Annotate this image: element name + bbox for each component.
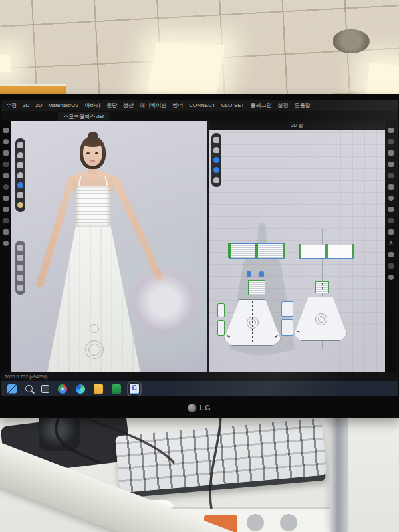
menu-item-render[interactable]: 렌더 [172, 102, 183, 109]
menu-item-materials-uv[interactable]: Materials/UV [48, 102, 78, 108]
skirt-pattern-circle [88, 344, 100, 356]
pattern-strap-piece[interactable] [259, 271, 264, 277]
pose-icon[interactable] [17, 202, 23, 208]
left-toolbar-icon[interactable] [3, 128, 9, 133]
task-view-icon[interactable] [41, 385, 49, 393]
snap-icon[interactable] [17, 245, 23, 251]
lg-logo-icon [188, 404, 196, 412]
menu-item-animation[interactable]: 애니메이션 [140, 102, 166, 109]
avatar-pose-icon[interactable] [17, 172, 23, 178]
content-row: 2D 창 [1, 121, 398, 372]
left-toolbar-icon[interactable] [3, 241, 9, 246]
pattern-smock-panel-left[interactable] [248, 280, 265, 295]
pattern-bodice-band-right[interactable] [299, 245, 354, 259]
green-app-icon[interactable] [112, 384, 121, 394]
right-toolbar-icon[interactable] [388, 275, 394, 280]
monitor-stand [330, 407, 348, 532]
right-toolbar-icon[interactable] [388, 128, 394, 133]
left-toolbar-icon[interactable] [3, 196, 9, 201]
left-toolbar-icon[interactable] [3, 150, 9, 156]
snap-icon[interactable] [17, 285, 23, 291]
info-icon[interactable] [213, 157, 219, 163]
left-toolbar-icon[interactable] [3, 139, 9, 144]
ceiling-speaker [332, 29, 370, 53]
left-toolbar-icon[interactable] [3, 184, 9, 190]
screen: 수정 3D 2D Materials/UV 아바타 원단 생산 애니메이션 렌더… [1, 100, 398, 396]
monitor-bezel: LG [0, 398, 399, 418]
measure-icon[interactable] [17, 192, 23, 198]
pattern-strap-piece[interactable] [247, 271, 251, 277]
pattern-icon[interactable] [213, 147, 219, 153]
right-toolbar-icon[interactable] [388, 139, 394, 144]
pattern-smock-panel-right[interactable] [315, 281, 329, 293]
clo-app-icon[interactable]: C [130, 384, 139, 394]
right-toolbar-icon[interactable] [388, 252, 394, 257]
right-toolbar-icon[interactable] [388, 207, 394, 212]
chrome-icon[interactable] [58, 384, 67, 394]
right-toolbar-icon[interactable] [388, 229, 394, 235]
viewport-3d[interactable] [11, 121, 207, 372]
left-toolbar-icon[interactable] [3, 218, 9, 223]
show-pin-icon[interactable] [17, 162, 23, 168]
avatar-left-eye [86, 152, 90, 154]
menu-item-3d[interactable]: 3D [23, 102, 29, 108]
menu-item-production[interactable]: 생산 [123, 102, 134, 109]
snap-icon[interactable] [17, 265, 23, 271]
left-app-toolbar [1, 121, 11, 372]
left-toolbar-icon[interactable] [3, 173, 9, 178]
pattern-side-piece[interactable] [281, 301, 293, 317]
view3d-lower-toolbar [15, 241, 25, 295]
avatar-hairline [83, 139, 102, 147]
version-status-bar: 2025.0.252 (v94230) [1, 372, 398, 381]
view3d-display-toolbar [15, 138, 25, 212]
avatar-right-eye [95, 152, 98, 154]
snap-icon[interactable] [17, 255, 23, 261]
viewport-2d[interactable]: 2D 창 [209, 121, 385, 372]
start-button-icon[interactable] [7, 384, 17, 394]
pattern-side-piece[interactable] [281, 319, 293, 336]
menu-bar: 수정 3D 2D Materials/UV 아바타 원단 생산 애니메이션 렌더… [1, 100, 398, 111]
file-explorer-icon[interactable] [94, 384, 103, 394]
right-toolbar-icon[interactable] [388, 162, 394, 167]
show-avatar-icon[interactable] [17, 142, 23, 148]
edit-pattern-icon[interactable] [213, 137, 219, 143]
menu-item-help[interactable]: 도움말 [295, 102, 311, 109]
menu-item-clo-set[interactable]: CLO-SET [221, 102, 245, 108]
pattern-side-piece[interactable] [217, 303, 225, 317]
menu-item-edit[interactable]: 수정 [6, 102, 17, 109]
snap-icon[interactable] [17, 275, 23, 281]
text-tool-icon[interactable]: A [389, 241, 392, 246]
menu-item-connect[interactable]: CONNECT [189, 102, 215, 108]
menu-item-2d[interactable]: 2D [35, 102, 42, 108]
menu-item-fabric[interactable]: 원단 [106, 102, 117, 109]
right-toolbar-icon[interactable] [388, 196, 394, 201]
fabric-icon[interactable] [213, 167, 219, 173]
menu-item-settings[interactable]: 설정 [278, 102, 289, 109]
pattern-skirt-back[interactable] [294, 297, 347, 341]
tray-roll-1 [247, 514, 264, 531]
edge-icon[interactable] [76, 384, 85, 394]
right-toolbar-icon[interactable] [388, 184, 394, 190]
pattern-side-piece[interactable] [217, 320, 225, 336]
avatar-lips [90, 160, 95, 162]
left-toolbar-icon[interactable] [3, 162, 9, 167]
right-toolbar-icon[interactable] [388, 263, 394, 269]
dress-smocked-bodice[interactable] [76, 186, 110, 227]
search-icon[interactable] [25, 385, 33, 392]
pattern-bodice-band-left[interactable] [229, 243, 285, 259]
left-toolbar-icon[interactable] [3, 229, 9, 235]
right-toolbar-icon[interactable] [388, 218, 394, 223]
right-toolbar-icon[interactable] [388, 173, 394, 178]
tab-bar: 스모크원피스.dxf [1, 111, 398, 121]
pattern-canvas[interactable] [209, 130, 385, 372]
menu-item-plugin[interactable]: 플러그인 [251, 102, 272, 109]
left-toolbar-icon[interactable] [3, 207, 9, 212]
garment-icon[interactable] [213, 177, 219, 183]
right-toolbar-icon[interactable] [388, 150, 394, 156]
fabric-selected-icon[interactable] [17, 182, 23, 188]
photo-of-monitor-scene: 수정 3D 2D Materials/UV 아바타 원단 생산 애니메이션 렌더… [0, 0, 399, 532]
mouse-on-pad [39, 412, 80, 451]
menu-item-avatar[interactable]: 아바타 [84, 102, 100, 109]
show-garment-icon[interactable] [17, 152, 23, 158]
skirt-pattern-circle [90, 324, 99, 333]
